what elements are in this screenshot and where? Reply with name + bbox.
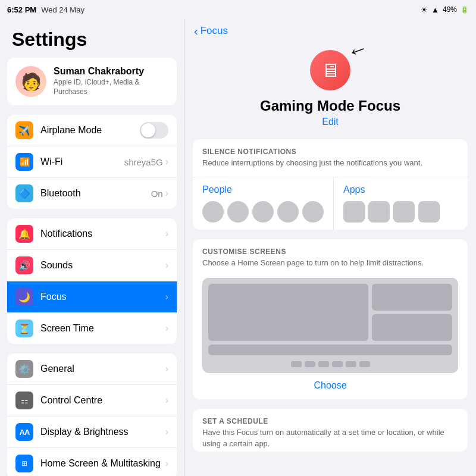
sidebar-item-notifications[interactable]: 🔔 Notifications › bbox=[7, 218, 177, 250]
notifications-label: Notifications bbox=[40, 228, 165, 239]
focus-icon-wrapper: 🖥 ← bbox=[310, 50, 350, 90]
person-avatar bbox=[227, 201, 249, 223]
sidebar-item-screentime[interactable]: ⏳ Screen Time › bbox=[7, 313, 177, 344]
nav-back-button[interactable]: ‹ Focus bbox=[194, 25, 228, 37]
wifi-icon: ▲ bbox=[431, 5, 439, 14]
sidebar-item-homescreen[interactable]: ⊞ Home Screen & Multitasking › bbox=[7, 448, 177, 476]
focus-chevron: › bbox=[165, 292, 168, 302]
people-button[interactable]: People bbox=[202, 184, 324, 195]
sounds-icon: 🔊 bbox=[15, 256, 33, 274]
sidebar-item-display[interactable]: AA Display & Brightness › bbox=[7, 416, 177, 448]
avatar: 🧑 bbox=[15, 66, 46, 97]
battery-visual: 🔋 bbox=[461, 6, 469, 14]
schedule-header: SET A SCHEDULE Have this Focus turn on a… bbox=[193, 409, 468, 451]
mockup-dot bbox=[332, 361, 343, 367]
general-label: General bbox=[40, 364, 165, 374]
wifi-icon: 📶 bbox=[15, 153, 33, 171]
person-avatar bbox=[252, 201, 274, 223]
focus-title: Gaming Mode Focus bbox=[260, 98, 400, 114]
sidebar-item-wifi[interactable]: 📶 Wi-Fi shreya5G › bbox=[7, 146, 177, 178]
wifi-value: shreya5G bbox=[124, 157, 163, 167]
customise-screens-card: CUSTOMISE SCREENS Choose a Home Screen p… bbox=[193, 239, 468, 399]
apps-avatars bbox=[343, 201, 458, 223]
battery-icon: 49% bbox=[443, 5, 457, 14]
focus-header: 🖥 ← Gaming Mode Focus Edit bbox=[184, 43, 476, 139]
silence-notifications-card: SILENCE NOTIFICATIONS Reduce interruptio… bbox=[193, 139, 468, 230]
controlcentre-icon: ⚏ bbox=[15, 392, 33, 409]
sidebar-item-sounds[interactable]: 🔊 Sounds › bbox=[7, 250, 177, 281]
schedule-label: SET A SCHEDULE bbox=[202, 417, 458, 425]
app-avatar bbox=[418, 201, 440, 223]
mockup-col bbox=[372, 284, 452, 341]
sidebar-item-controlcentre[interactable]: ⚏ Control Centre › bbox=[7, 385, 177, 416]
profile-sub: Apple ID, iCloud+, Media & Purchases bbox=[54, 78, 168, 96]
mockup-dot bbox=[318, 361, 329, 367]
profile-name: Suman Chakraborty bbox=[54, 66, 168, 77]
screentime-chevron: › bbox=[165, 323, 168, 334]
mockup-dot bbox=[305, 361, 315, 367]
mockup-small-1 bbox=[372, 284, 452, 311]
homescreen-icon: ⊞ bbox=[15, 455, 33, 472]
people-apps-row: People Apps bbox=[193, 177, 468, 230]
mockup-big-block bbox=[208, 284, 368, 341]
silence-header: SILENCE NOTIFICATIONS Reduce interruptio… bbox=[193, 139, 468, 171]
status-date: Wed 24 May bbox=[41, 5, 84, 14]
main-panel: ‹ Focus 🖥 ← Gaming Mode Focus Edit SILEN… bbox=[184, 0, 476, 476]
nav-back-label: Focus bbox=[201, 25, 228, 37]
airplane-toggle[interactable] bbox=[140, 122, 168, 139]
general-chevron: › bbox=[165, 364, 168, 374]
bluetooth-icon: 🔷 bbox=[15, 184, 33, 202]
bluetooth-value: On bbox=[151, 189, 163, 199]
airplane-label: Airplane Mode bbox=[40, 125, 140, 136]
mockup-top bbox=[208, 284, 452, 341]
focus-label: Focus bbox=[40, 292, 165, 302]
customise-label: CUSTOMISE SCREENS bbox=[202, 248, 458, 256]
mockup-small-2 bbox=[372, 314, 452, 341]
general-group: ⚙️ General › ⚏ Control Centre › AA Displ… bbox=[7, 353, 177, 476]
screentime-icon: ⏳ bbox=[15, 320, 33, 337]
customise-desc: Choose a Home Screen page to turn on to … bbox=[202, 258, 458, 268]
app-avatar bbox=[343, 201, 365, 223]
sidebar-item-focus[interactable]: 🌙 Focus › bbox=[7, 281, 177, 313]
profile-info: Suman Chakraborty Apple ID, iCloud+, Med… bbox=[54, 66, 168, 96]
mockup-dot bbox=[291, 361, 302, 367]
controlcentre-chevron: › bbox=[165, 395, 168, 406]
focus-icon: 🌙 bbox=[15, 288, 33, 306]
apps-button[interactable]: Apps bbox=[343, 184, 458, 195]
person-avatar bbox=[277, 201, 299, 223]
display-label: Display & Brightness bbox=[40, 427, 165, 437]
sidebar-item-airplane[interactable]: ✈️ Airplane Mode bbox=[7, 115, 177, 146]
person-avatar bbox=[302, 201, 324, 223]
sidebar-item-general[interactable]: ⚙️ General › bbox=[7, 353, 177, 385]
display-icon: AA bbox=[15, 423, 33, 441]
connectivity-group: ✈️ Airplane Mode 📶 Wi-Fi shreya5G › 🔷 Bl… bbox=[7, 115, 177, 209]
screen-mockup bbox=[202, 278, 458, 373]
profile-card[interactable]: 🧑 Suman Chakraborty Apple ID, iCloud+, M… bbox=[7, 58, 177, 105]
sidebar-title: Settings bbox=[0, 19, 184, 58]
apps-col: Apps bbox=[334, 177, 468, 230]
schedule-desc: Have this Focus turn on automatically at… bbox=[202, 427, 458, 449]
silence-label: SILENCE NOTIFICATIONS bbox=[202, 148, 458, 156]
display-chevron: › bbox=[165, 427, 168, 437]
mockup-dots bbox=[208, 359, 452, 367]
focus-icon-emoji: 🖥 bbox=[321, 60, 340, 82]
mockup-wide-bar bbox=[208, 345, 452, 355]
mockup-dot bbox=[359, 361, 370, 367]
mockup-dot bbox=[346, 361, 356, 367]
focus-edit-button[interactable]: Edit bbox=[322, 117, 339, 127]
screentime-label: Screen Time bbox=[40, 323, 165, 334]
people-col: People bbox=[193, 177, 334, 230]
homescreen-chevron: › bbox=[165, 458, 168, 469]
general-icon: ⚙️ bbox=[15, 360, 33, 378]
people-avatars bbox=[202, 201, 324, 223]
brightness-icon: ☀ bbox=[421, 5, 428, 14]
notifications-chevron: › bbox=[165, 228, 168, 239]
homescreen-label: Home Screen & Multitasking bbox=[40, 458, 165, 469]
app-avatar bbox=[393, 201, 415, 223]
wifi-chevron: › bbox=[165, 156, 168, 167]
sidebar-item-bluetooth[interactable]: 🔷 Bluetooth On › bbox=[7, 178, 177, 209]
nav-bar: ‹ Focus bbox=[184, 19, 476, 43]
choose-button[interactable]: Choose bbox=[193, 380, 468, 391]
person-avatar bbox=[202, 201, 224, 223]
back-chevron-icon: ‹ bbox=[194, 25, 198, 37]
